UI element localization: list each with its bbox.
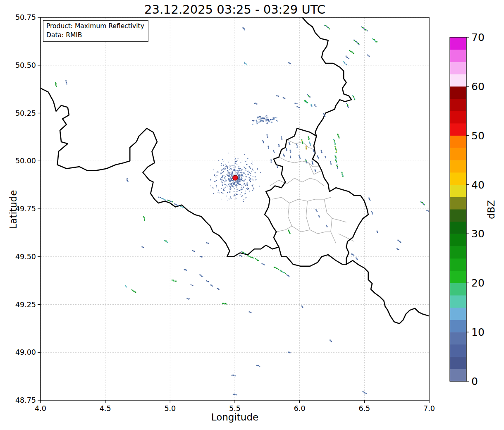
echo-streak-pixel <box>279 145 280 146</box>
echo-streak-pixel <box>346 56 347 57</box>
echo-streak-pixel <box>244 29 245 30</box>
echo-streak-pixel <box>342 176 344 177</box>
radar-clutter-speck <box>241 195 243 197</box>
echo-streak-pixel <box>271 162 272 163</box>
echo-streak-pixel <box>172 280 173 281</box>
echo-streak-pixel <box>289 144 291 146</box>
radar-clutter-speck <box>223 161 224 162</box>
echo-streak-pixel <box>424 204 425 205</box>
y-tick-label: 48.75 <box>15 396 36 404</box>
radar-clutter-speck <box>215 181 216 182</box>
echo-streak-pixel <box>290 63 291 64</box>
echo-streak-pixel <box>251 257 252 258</box>
radar-clutter-speck <box>255 179 256 181</box>
echo-streak-pixel <box>369 56 370 57</box>
echo-streak-pixel <box>242 252 244 253</box>
radar-clutter-speck <box>242 174 243 176</box>
radar-clutter-speck <box>222 172 223 173</box>
echo-streak-pixel <box>328 27 329 29</box>
radar-clutter-speck <box>250 175 251 176</box>
colorbar-segment <box>450 369 466 381</box>
echo-cluster-speck <box>267 117 268 117</box>
echo-cluster-speck <box>260 117 261 118</box>
radar-clutter-speck <box>223 171 224 172</box>
radar-clutter-speck <box>221 177 222 177</box>
radar-clutter-speck <box>236 160 238 161</box>
echo-streak-pixel <box>290 150 291 151</box>
echo-streak-pixel <box>335 160 337 161</box>
radar-clutter-speck <box>251 171 252 172</box>
country-border-belgium-germany <box>302 17 351 136</box>
colorbar-segment <box>450 148 466 160</box>
echo-streak-pixel <box>65 80 67 81</box>
radar-clutter-speck <box>213 193 214 194</box>
echo-cluster-speck <box>258 119 260 119</box>
echo-streak-pixel <box>347 105 349 106</box>
echo-streak-pixel <box>206 280 207 282</box>
echo-streak-pixel <box>279 146 280 147</box>
echo-streak-pixel <box>268 148 269 149</box>
echo-streak-pixel <box>374 40 375 41</box>
echo-streak-pixel <box>337 134 339 136</box>
echo-streak-pixel <box>308 139 310 140</box>
echo-streak-pixel <box>199 274 201 275</box>
radar-clutter-speck <box>237 172 238 173</box>
echo-streak-pixel <box>336 161 337 162</box>
echo-streak-pixel <box>191 284 192 285</box>
echo-streak-pixel <box>335 156 337 157</box>
echo-streak-pixel <box>321 152 322 153</box>
radar-clutter-speck <box>233 174 234 174</box>
radar-clutter-speck <box>237 183 238 184</box>
canton-border <box>324 199 336 243</box>
echo-streak-pixel <box>317 156 318 157</box>
radar-clutter-speck <box>245 174 246 175</box>
canton-border <box>270 178 325 186</box>
radar-clutter-speck <box>252 190 253 191</box>
echo-streak-pixel <box>348 107 349 108</box>
echo-streak-pixel <box>66 84 67 85</box>
canton-border <box>332 218 346 222</box>
echo-streak-pixel <box>337 168 338 169</box>
echo-streak-pixel <box>143 247 144 248</box>
echo-streak-pixel <box>336 165 337 166</box>
radar-clutter-speck <box>224 182 225 182</box>
echo-streak-pixel <box>325 156 326 158</box>
radar-clutter-speck <box>228 175 229 176</box>
radar-clutter-speck <box>217 171 218 172</box>
echo-streak-pixel <box>192 285 193 286</box>
echo-streak-pixel <box>305 159 306 160</box>
echo-streak-pixel <box>276 96 277 97</box>
echo-streak-pixel <box>307 102 308 103</box>
radar-clutter-speck <box>222 159 223 160</box>
echo-streak-pixel <box>309 96 311 98</box>
echo-streak-pixel <box>312 161 313 162</box>
echo-streak-pixel <box>283 154 284 155</box>
echo-streak-pixel <box>289 232 290 233</box>
radar-clutter-speck <box>246 176 247 177</box>
colorbar-segment <box>450 86 466 99</box>
echo-streak-pixel <box>349 50 350 51</box>
echo-streak-pixel <box>358 43 359 44</box>
radar-clutter-speck <box>227 170 228 172</box>
echo-streak-pixel <box>243 27 244 29</box>
echo-streak-pixel <box>192 250 193 251</box>
echo-streak-pixel <box>317 211 318 212</box>
plot-area <box>41 17 429 400</box>
radar-clutter-speck <box>225 186 226 188</box>
echo-streak-pixel <box>297 146 298 147</box>
echo-streak-pixel <box>168 200 170 201</box>
echo-streak-pixel <box>277 167 278 168</box>
echo-streak-pixel <box>344 63 346 64</box>
echo-streak-pixel <box>167 242 168 243</box>
echo-streak-pixel <box>400 242 401 243</box>
echo-streak-pixel <box>217 288 218 289</box>
radar-clutter-speck <box>247 183 248 184</box>
echo-streak-pixel <box>286 150 287 151</box>
colorbar-tick-label: 0 <box>471 375 478 387</box>
echo-streak-pixel <box>347 57 349 58</box>
echo-streak-pixel <box>290 150 291 152</box>
radar-clutter-speck <box>249 191 250 192</box>
radar-clutter-speck <box>222 177 223 179</box>
colorbar-tick-label: 30 <box>471 228 485 240</box>
radar-clutter-speck <box>211 185 211 186</box>
